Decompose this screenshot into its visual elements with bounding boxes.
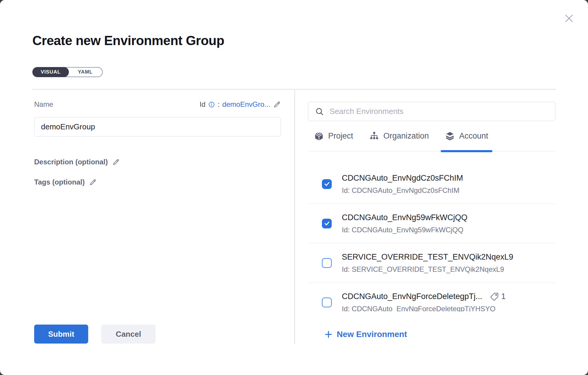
- environment-checkbox[interactable]: [322, 219, 332, 228]
- name-input[interactable]: [34, 117, 281, 136]
- environment-checkbox[interactable]: [322, 298, 332, 307]
- tag-badge: 1: [490, 292, 506, 301]
- cube-icon: [314, 131, 324, 141]
- new-environment-button[interactable]: New Environment: [324, 330, 407, 339]
- tab-account[interactable]: Account: [445, 121, 488, 151]
- page-title: Create new Environment Group: [32, 33, 224, 48]
- environment-checkbox[interactable]: [322, 258, 332, 268]
- edit-id-button[interactable]: [273, 101, 281, 109]
- submit-button[interactable]: Submit: [34, 325, 88, 344]
- pencil-icon: [89, 178, 97, 186]
- tab-project[interactable]: Project: [314, 121, 353, 151]
- environment-list: CDCNGAuto_EnvNgdCz0sFChIM Id: CDCNGAuto_…: [308, 151, 555, 312]
- yaml-toggle-button[interactable]: YAML: [68, 68, 102, 77]
- close-button[interactable]: [562, 12, 576, 25]
- id-value-link[interactable]: demoEnvGro...: [222, 100, 270, 109]
- search-icon: [315, 107, 324, 116]
- visual-yaml-toggle: VISUAL YAML: [32, 67, 103, 77]
- environment-row: CDCNGAuto_EnvNgdCz0sFChIM Id: CDCNGAuto_…: [308, 164, 555, 204]
- form-pane: Name Id : demoEnvGro...: [34, 100, 281, 186]
- tag-count: 1: [501, 292, 506, 301]
- id-colon: :: [218, 100, 220, 109]
- pencil-icon: [273, 101, 281, 109]
- search-environments-input[interactable]: [308, 102, 555, 121]
- environment-id: Id: SERVICE_OVERRIDE_TEST_ENVQik2NqexL9: [342, 265, 513, 274]
- edit-tags-button[interactable]: [89, 178, 97, 186]
- environment-name: CDCNGAuto_EnvNgForceDeletegpTj...: [342, 292, 482, 301]
- close-icon: [563, 13, 575, 24]
- name-label: Name: [34, 100, 53, 109]
- environment-row: CDCNGAuto_EnvNgForceDeletegpTj... 1 I: [308, 283, 555, 312]
- plus-icon: [324, 330, 333, 339]
- environment-id: Id: CDCNGAuto_EnvNg59wFkWCjQQ: [342, 226, 467, 234]
- check-icon: [324, 181, 330, 187]
- create-environment-group-dialog: Create new Environment Group VISUAL YAML…: [0, 0, 588, 375]
- environment-name: SERVICE_OVERRIDE_TEST_ENVQik2NqexL9: [342, 252, 513, 262]
- info-icon[interactable]: [208, 101, 215, 108]
- environment-name: CDCNGAuto_EnvNg59wFkWCjQQ: [342, 213, 467, 222]
- header-divider: [32, 89, 556, 90]
- scope-tabs: Project Organization: [308, 121, 555, 151]
- environment-checkbox[interactable]: [322, 179, 332, 189]
- cancel-button[interactable]: Cancel: [101, 325, 156, 344]
- org-chart-icon: [369, 131, 379, 141]
- tab-label: Account: [459, 131, 488, 141]
- tab-label: Organization: [383, 131, 429, 141]
- environment-row: SERVICE_OVERRIDE_TEST_ENVQik2NqexL9 Id: …: [308, 243, 555, 283]
- visual-toggle-button[interactable]: VISUAL: [32, 67, 69, 77]
- edit-description-button[interactable]: [112, 158, 120, 166]
- environment-name: CDCNGAuto_EnvNgdCz0sFChIM: [342, 174, 463, 183]
- tab-organization[interactable]: Organization: [369, 121, 429, 151]
- tag-icon: [490, 292, 499, 301]
- tags-label: Tags (optional): [34, 178, 85, 186]
- layers-icon: [445, 131, 455, 141]
- environments-pane: Project Organization: [308, 102, 555, 312]
- tab-label: Project: [328, 131, 353, 141]
- environment-row: CDCNGAuto_EnvNg59wFkWCjQQ Id: CDCNGAuto_…: [308, 204, 555, 243]
- pane-divider: [294, 89, 295, 344]
- new-environment-label: New Environment: [337, 330, 407, 339]
- environment-id: Id: CDCNGAuto_EnvNgForceDeletegpTjYHSYQ: [342, 305, 506, 312]
- environment-id: Id: CDCNGAuto_EnvNgdCz0sFChIM: [342, 186, 463, 195]
- description-label: Description (optional): [34, 158, 108, 166]
- check-icon: [324, 220, 330, 227]
- id-label: Id: [200, 100, 206, 109]
- pencil-icon: [112, 158, 120, 166]
